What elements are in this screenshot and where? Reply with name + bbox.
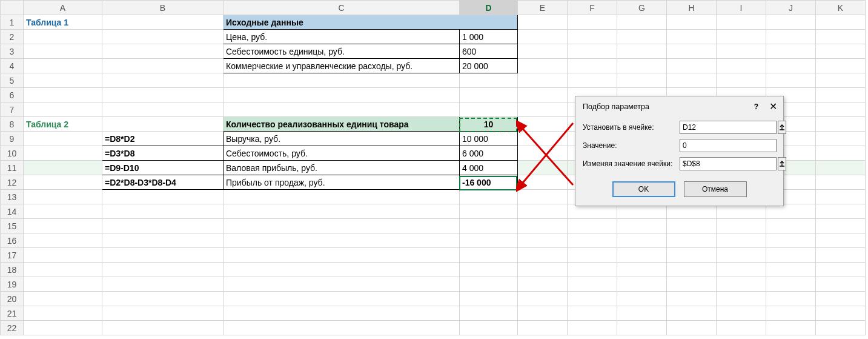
t2-value-0: 10 000 (460, 132, 518, 146)
table1-title: Таблица 1 (24, 15, 102, 30)
row-header-9[interactable]: 9 (1, 132, 24, 146)
t1-label-2: Коммерческие и управленческие расходы, р… (224, 59, 460, 73)
collapse-dialog-icon (778, 160, 786, 167)
row-header-21[interactable]: 21 (1, 306, 24, 321)
t2-value-3: -16 000 (460, 175, 518, 190)
col-header-G[interactable]: G (617, 1, 667, 15)
t2-label-3: Прибыль от продаж, руб. (224, 175, 460, 190)
col-header-H[interactable]: H (667, 1, 717, 15)
help-button[interactable]: ? (754, 102, 758, 111)
table2-header: Количество реализованных единиц товара (224, 117, 460, 132)
t1-value-0: 1 000 (460, 30, 518, 44)
row-header-13[interactable]: 13 (1, 190, 24, 204)
changing-cell-picker[interactable] (778, 157, 786, 170)
row-header-19[interactable]: 19 (1, 277, 24, 292)
value-input[interactable] (680, 139, 777, 152)
row-header-7[interactable]: 7 (1, 102, 24, 117)
goal-seek-dialog: Подбор параметра ? ✕ Установить в ячейке… (575, 96, 784, 206)
changing-cell-label: Изменяя значение ячейки: (583, 159, 680, 168)
row-header-17[interactable]: 17 (1, 248, 24, 263)
ok-button[interactable]: OK (612, 181, 675, 197)
close-button[interactable]: ✕ (769, 103, 777, 110)
select-all-cell[interactable] (1, 1, 24, 15)
col-header-A[interactable]: A (24, 1, 102, 15)
row-header-15[interactable]: 15 (1, 219, 24, 233)
row-header-11[interactable]: 11 (1, 161, 24, 175)
t2-value-2: 4 000 (460, 161, 518, 175)
t1-value-2: 20 000 (460, 59, 518, 73)
col-header-I[interactable]: I (717, 1, 766, 15)
t1-value-1: 600 (460, 44, 518, 59)
changing-cell-input[interactable] (680, 157, 777, 170)
row-header-5[interactable]: 5 (1, 73, 24, 88)
row-header-14[interactable]: 14 (1, 204, 24, 219)
row-header-16[interactable]: 16 (1, 233, 24, 248)
set-cell-input[interactable] (680, 121, 777, 134)
table2-title: Таблица 2 (24, 117, 102, 132)
row-header-4[interactable]: 4 (1, 59, 24, 73)
cancel-button[interactable]: Отмена (684, 181, 747, 197)
set-cell-label: Установить в ячейке: (583, 123, 680, 132)
col-header-C[interactable]: C (224, 1, 460, 15)
col-header-E[interactable]: E (518, 1, 568, 15)
value-label: Значение: (583, 141, 680, 150)
row-header-10[interactable]: 10 (1, 146, 24, 161)
t2-label-2: Валовая прибыль, руб. (224, 161, 460, 175)
col-header-F[interactable]: F (568, 1, 617, 15)
row-header-3[interactable]: 3 (1, 44, 24, 59)
col-header-D[interactable]: D (460, 1, 518, 15)
row-header-18[interactable]: 18 (1, 263, 24, 277)
row-header-6[interactable]: 6 (1, 88, 24, 102)
col-header-J[interactable]: J (766, 1, 816, 15)
row-header-20[interactable]: 20 (1, 292, 24, 306)
col-header-B[interactable]: B (102, 1, 224, 15)
table1-header: Исходные данные (224, 15, 518, 30)
t2-label-0: Выручка, руб. (224, 132, 460, 146)
collapse-dialog-icon (778, 124, 786, 131)
t1-label-0: Цена, руб. (224, 30, 460, 44)
t1-label-1: Себестоимость единицы, руб. (224, 44, 460, 59)
row-header-12[interactable]: 12 (1, 175, 24, 190)
set-cell-picker[interactable] (778, 121, 786, 134)
t2-formula-2: =D9-D10 (102, 161, 224, 175)
t2-label-1: Себестоимость, руб. (224, 146, 460, 161)
col-header-K[interactable]: K (816, 1, 866, 15)
t2-formula-3: =D2*D8-D3*D8-D4 (102, 175, 224, 190)
row-header-8[interactable]: 8 (1, 117, 24, 132)
row-header-22[interactable]: 22 (1, 321, 24, 335)
row-header-2[interactable]: 2 (1, 30, 24, 44)
dialog-title: Подбор параметра (583, 102, 649, 111)
t2-value-1: 6 000 (460, 146, 518, 161)
t2-formula-1: =D3*D8 (102, 146, 224, 161)
t2-formula-0: =D8*D2 (102, 132, 224, 146)
table2-header-value: 10 (460, 117, 518, 132)
row-header-1[interactable]: 1 (1, 15, 24, 30)
